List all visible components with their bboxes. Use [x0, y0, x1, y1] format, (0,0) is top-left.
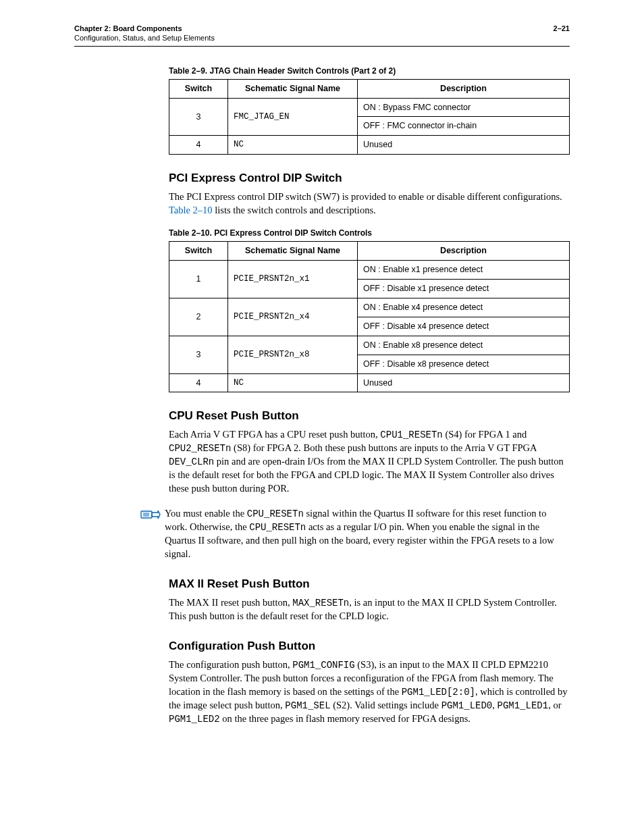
col-desc: Description	[358, 79, 570, 98]
text: (S8) for FPGA 2. Both these push buttons…	[231, 442, 536, 453]
code-text: PGM1_LED[2:0]	[402, 687, 475, 698]
cell-desc: ON : Enable x8 presence detect	[358, 336, 570, 355]
section-label: Configuration, Status, and Setup Element…	[74, 34, 215, 42]
paragraph: The PCI Express control DIP switch (SW7)…	[169, 190, 570, 217]
cell-desc: ON : Enable x1 presence detect	[358, 261, 570, 280]
code-text: PGM1_LED2	[169, 714, 220, 725]
heading-config-button: Configuration Push Button	[169, 639, 570, 654]
table-2-9: Switch Schematic Signal Name Description…	[169, 79, 570, 155]
page-header: Chapter 2: Board Components Configuratio…	[74, 24, 570, 47]
cell-switch: 3	[169, 336, 228, 373]
text: ,	[492, 700, 497, 710]
cell-desc: ON : Bypass FMC connector	[358, 98, 570, 117]
heading-cpu-reset: CPU Reset Push Button	[169, 409, 570, 424]
code-text: CPU2_RESETn	[169, 443, 231, 454]
col-switch: Switch	[169, 79, 228, 98]
text: (S2). Valid settings include	[331, 700, 441, 710]
note-text: You must enable the CPU_RESETn signal wi…	[165, 507, 570, 561]
table-row: 4 NC Unused	[169, 136, 570, 155]
code-text: PGM1_LED1	[498, 700, 549, 711]
cell-signal: NC	[228, 136, 358, 155]
col-signal: Schematic Signal Name	[228, 79, 358, 98]
cell-desc: OFF : Disable x1 presence detect	[358, 280, 570, 298]
code-text: PGM1_SEL	[285, 700, 330, 711]
col-desc: Description	[358, 242, 570, 261]
cell-desc: Unused	[358, 373, 570, 392]
cell-switch: 2	[169, 298, 228, 336]
paragraph: The MAX II reset push button, MAX_RESETn…	[169, 596, 570, 623]
heading-max2-reset: MAX II Reset Push Button	[169, 577, 570, 592]
cell-signal: PCIE_PRSNT2n_x8	[228, 336, 358, 373]
page-number: 2–21	[554, 24, 570, 43]
cell-signal: PCIE_PRSNT2n_x1	[228, 261, 358, 298]
table-row: 3PCIE_PRSNT2n_x8ON : Enable x8 presence …	[169, 336, 570, 355]
text: The configuration push button,	[169, 659, 292, 670]
cell-signal: NC	[228, 373, 358, 392]
note-hand-icon	[140, 507, 165, 521]
text: on the three pages in flash memory reser…	[220, 713, 471, 724]
cell-switch: 1	[169, 261, 228, 298]
cell-switch: 3	[169, 98, 228, 136]
paragraph: Each Arria V GT FPGA has a CPU reset pus…	[169, 428, 570, 495]
cell-desc: OFF : Disable x8 presence detect	[358, 355, 570, 373]
cell-switch: 4	[169, 136, 228, 155]
text: lists the switch controls and descriptio…	[213, 205, 376, 215]
code-text: CPU1_RESETn	[380, 429, 442, 440]
link-table-2-10[interactable]: Table 2–10	[169, 205, 213, 215]
chapter-label: Chapter 2: Board Components	[74, 24, 182, 32]
table-row: 4NCUnused	[169, 373, 570, 392]
heading-pci: PCI Express Control DIP Switch	[169, 171, 570, 186]
cell-desc: ON : Enable x4 presence detect	[358, 298, 570, 317]
header-left: Chapter 2: Board Components Configuratio…	[74, 24, 215, 43]
code-text: PGM1_CONFIG	[292, 660, 354, 671]
main-content: Table 2–9. JTAG Chain Header Switch Cont…	[169, 66, 570, 496]
code-text: DEV_CLRn	[169, 457, 214, 467]
text: , or	[548, 700, 561, 710]
table-row: 3 FMC_JTAG_EN ON : Bypass FMC connector	[169, 98, 570, 117]
cell-desc: Unused	[358, 136, 570, 155]
col-signal: Schematic Signal Name	[228, 242, 358, 261]
paragraph: The configuration push button, PGM1_CONF…	[169, 658, 570, 725]
table-header-row: Switch Schematic Signal Name Description	[169, 242, 570, 261]
text: You must enable the	[165, 508, 247, 519]
table-row: 2PCIE_PRSNT2n_x4ON : Enable x4 presence …	[169, 298, 570, 317]
cell-signal: PCIE_PRSNT2n_x4	[228, 298, 358, 336]
text: (S4) for FPGA 1 and	[443, 429, 527, 440]
table-2-10: Switch Schematic Signal Name Description…	[169, 241, 570, 392]
text: The PCI Express control DIP switch (SW7)…	[169, 191, 562, 202]
table-row: 1PCIE_PRSNT2n_x1ON : Enable x1 presence …	[169, 261, 570, 280]
cell-switch: 4	[169, 373, 228, 392]
table-2-9-caption: Table 2–9. JTAG Chain Header Switch Cont…	[169, 66, 570, 76]
code-text: MAX_RESETn	[292, 598, 349, 608]
cell-desc: OFF : FMC connector in-chain	[358, 117, 570, 136]
code-text: CPU_RESETn	[247, 509, 304, 519]
main-content-2: MAX II Reset Push Button The MAX II rese…	[169, 577, 570, 725]
text: The MAX II reset push button,	[169, 597, 292, 608]
text: pin and are open-drain I/Os from the MAX…	[169, 456, 564, 493]
code-text: CPU_RESETn	[249, 522, 306, 533]
table-header-row: Switch Schematic Signal Name Description	[169, 79, 570, 98]
cell-signal: FMC_JTAG_EN	[228, 98, 358, 136]
cell-desc: OFF : Disable x4 presence detect	[358, 317, 570, 336]
table-2-10-caption: Table 2–10. PCI Express Control DIP Swit…	[169, 228, 570, 238]
col-switch: Switch	[169, 242, 228, 261]
code-text: PGM1_LED0	[441, 700, 493, 711]
text: Each Arria V GT FPGA has a CPU reset pus…	[169, 429, 380, 440]
note-block: You must enable the CPU_RESETn signal wi…	[140, 507, 570, 561]
